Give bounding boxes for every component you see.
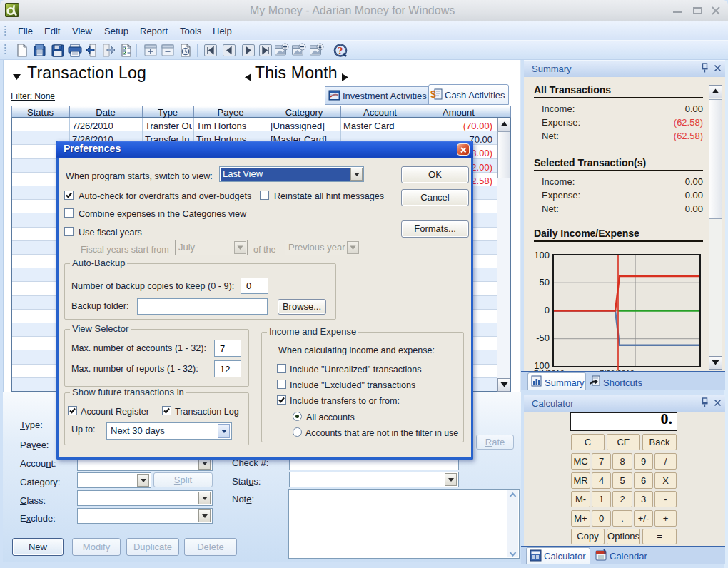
svg-text:0: 0 [545,305,550,315]
svg-text:$: $ [430,88,436,100]
svg-text:100: 100 [534,250,550,260]
svg-text:50: 50 [540,277,550,288]
svg-text:?: ? [338,45,343,56]
svg-text:-50: -50 [536,333,550,343]
